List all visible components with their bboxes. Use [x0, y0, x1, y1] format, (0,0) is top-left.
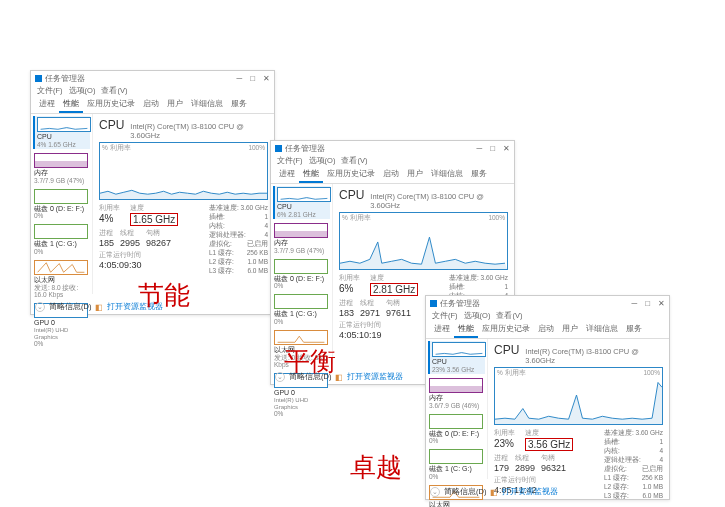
maximize-button[interactable]: □: [250, 74, 255, 83]
menu-item[interactable]: 选项(O): [464, 311, 491, 320]
sidebar-item-cpu[interactable]: CPU23% 3.56 GHz: [428, 341, 485, 374]
maximize-button[interactable]: □: [645, 299, 650, 308]
tab-3[interactable]: 启动: [379, 167, 403, 183]
tab-3[interactable]: 启动: [534, 322, 558, 338]
sidebar-item-disk1[interactable]: 磁盘 1 (C: G:)0%: [33, 223, 90, 256]
menu-item[interactable]: 查看(V): [101, 86, 127, 95]
main-title: CPU: [99, 118, 124, 132]
sidebar-item-cpu[interactable]: CPU4% 1.65 GHz: [33, 116, 90, 149]
sidebar[interactable]: CPU23% 3.56 GHz 内存3.6/7.9 GB (46%) 磁盘 0 …: [426, 339, 488, 479]
window-title: 任务管理器: [440, 298, 480, 309]
sidebar-item-disk0[interactable]: 磁盘 0 (D: E: F:)0%: [428, 413, 485, 446]
sidebar-item-memory[interactable]: 内存3.7/7.9 GB (47%): [273, 222, 330, 255]
tab-6[interactable]: 服务: [622, 322, 646, 338]
processes-value: 183: [339, 308, 354, 318]
tabbar[interactable]: 进程性能应用历史记录启动用户详细信息服务: [271, 167, 514, 184]
brief-info-button[interactable]: 简略信息(D): [49, 302, 91, 312]
close-button[interactable]: ✕: [263, 74, 270, 83]
menu-item[interactable]: 查看(V): [496, 311, 522, 320]
tab-4[interactable]: 用户: [163, 97, 187, 113]
tab-3[interactable]: 启动: [139, 97, 163, 113]
open-resource-monitor-link[interactable]: 打开资源监视器: [502, 487, 558, 497]
cpu-model: Intel(R) Core(TM) i3-8100 CPU @ 3.60GHz: [130, 122, 268, 140]
tab-5[interactable]: 详细信息: [427, 167, 467, 183]
window-title: 任务管理器: [285, 143, 325, 154]
collapse-button[interactable]: ⌄: [35, 302, 45, 312]
resource-monitor-icon: ◧: [335, 373, 343, 382]
menubar[interactable]: 文件(F)选项(O)查看(V): [271, 155, 514, 167]
titlebar[interactable]: 任务管理器 ─ □ ✕: [426, 296, 669, 310]
tab-4[interactable]: 用户: [558, 322, 582, 338]
cpu-model: Intel(R) Core(TM) i3-8100 CPU @ 3.60GHz: [525, 347, 663, 365]
sidebar-item-ethernet[interactable]: 以太网发送: 8.0 接收: 16.0 Kbps: [33, 259, 90, 299]
menu-item[interactable]: 选项(O): [69, 86, 96, 95]
titlebar[interactable]: 任务管理器 ─ □ ✕: [271, 141, 514, 155]
menu-item[interactable]: 查看(V): [341, 156, 367, 165]
menubar[interactable]: 文件(F)选项(O)查看(V): [31, 85, 274, 97]
sidebar-item-disk0[interactable]: 磁盘 0 (D: E: F:)0%: [273, 258, 330, 291]
menu-item[interactable]: 文件(F): [277, 156, 303, 165]
tab-0[interactable]: 进程: [35, 97, 59, 113]
tab-6[interactable]: 服务: [227, 97, 251, 113]
minimize-button[interactable]: ─: [631, 299, 637, 308]
resource-monitor-icon: ◧: [490, 488, 498, 497]
menu-item[interactable]: 选项(O): [309, 156, 336, 165]
menubar[interactable]: 文件(F)选项(O)查看(V): [426, 310, 669, 322]
cpu-chart[interactable]: % 利用率 100%: [494, 367, 663, 425]
sidebar[interactable]: CPU6% 2.81 GHz 内存3.7/7.9 GB (47%) 磁盘 0 (…: [271, 184, 333, 364]
base-speed: 3.60 GHz: [636, 429, 663, 438]
app-icon: [35, 75, 42, 82]
tab-0[interactable]: 进程: [275, 167, 299, 183]
main-panel: CPU Intel(R) Core(TM) i3-8100 CPU @ 3.60…: [488, 339, 669, 479]
minimize-button[interactable]: ─: [476, 144, 482, 153]
app-icon: [430, 300, 437, 307]
base-speed: 3.60 GHz: [481, 274, 508, 283]
menu-item[interactable]: 文件(F): [37, 86, 63, 95]
app-icon: [275, 145, 282, 152]
utilization-value: 23%: [494, 438, 515, 449]
tab-4[interactable]: 用户: [403, 167, 427, 183]
sidebar[interactable]: CPU4% 1.65 GHz 内存3.7/7.9 GB (47%) 磁盘 0 (…: [31, 114, 93, 294]
sidebar-item-memory[interactable]: 内存3.6/7.9 GB (46%): [428, 377, 485, 410]
collapse-button[interactable]: ⌄: [430, 487, 440, 497]
utilization-value: 4%: [99, 213, 120, 224]
tabbar[interactable]: 进程性能应用历史记录启动用户详细信息服务: [31, 97, 274, 114]
handles-value: 98267: [146, 238, 171, 248]
resource-monitor-icon: ◧: [95, 303, 103, 312]
close-button[interactable]: ✕: [503, 144, 510, 153]
caption-high-perf: 卓越: [350, 450, 402, 485]
titlebar[interactable]: 任务管理器 ─ □ ✕: [31, 71, 274, 85]
main-panel: CPU Intel(R) Core(TM) i3-8100 CPU @ 3.60…: [93, 114, 274, 294]
cpu-chart[interactable]: % 利用率 100%: [99, 142, 268, 200]
sidebar-item-disk1[interactable]: 磁盘 1 (C: G:)0%: [273, 293, 330, 326]
tab-2[interactable]: 应用历史记录: [83, 97, 139, 113]
window-title: 任务管理器: [45, 73, 85, 84]
threads-value: 2971: [360, 308, 380, 318]
tab-1[interactable]: 性能: [454, 322, 478, 338]
cpu-chart[interactable]: % 利用率 100%: [339, 212, 508, 270]
threads-value: 2899: [515, 463, 535, 473]
brief-info-button[interactable]: 简略信息(D): [444, 487, 486, 497]
tab-1[interactable]: 性能: [59, 97, 83, 113]
tab-5[interactable]: 详细信息: [187, 97, 227, 113]
sidebar-item-memory[interactable]: 内存3.7/7.9 GB (47%): [33, 152, 90, 185]
sidebar-item-disk1[interactable]: 磁盘 1 (C: G:)0%: [428, 448, 485, 481]
tab-0[interactable]: 进程: [430, 322, 454, 338]
maximize-button[interactable]: □: [490, 144, 495, 153]
sidebar-item-cpu[interactable]: CPU6% 2.81 GHz: [273, 186, 330, 219]
tab-2[interactable]: 应用历史记录: [478, 322, 534, 338]
open-resource-monitor-link[interactable]: 打开资源监视器: [347, 372, 403, 382]
utilization-value: 6%: [339, 283, 360, 294]
tab-6[interactable]: 服务: [467, 167, 491, 183]
tab-2[interactable]: 应用历史记录: [323, 167, 379, 183]
cpu-model: Intel(R) Core(TM) i3-8100 CPU @ 3.60GHz: [370, 192, 508, 210]
tab-1[interactable]: 性能: [299, 167, 323, 183]
tab-5[interactable]: 详细信息: [582, 322, 622, 338]
menu-item[interactable]: 文件(F): [432, 311, 458, 320]
tabbar[interactable]: 进程性能应用历史记录启动用户详细信息服务: [426, 322, 669, 339]
sidebar-item-disk0[interactable]: 磁盘 0 (D: E: F:)0%: [33, 188, 90, 221]
minimize-button[interactable]: ─: [236, 74, 242, 83]
task-manager-window[interactable]: 任务管理器 ─ □ ✕ 文件(F)选项(O)查看(V) 进程性能应用历史记录启动…: [425, 295, 670, 500]
close-button[interactable]: ✕: [658, 299, 665, 308]
main-title: CPU: [494, 343, 519, 357]
